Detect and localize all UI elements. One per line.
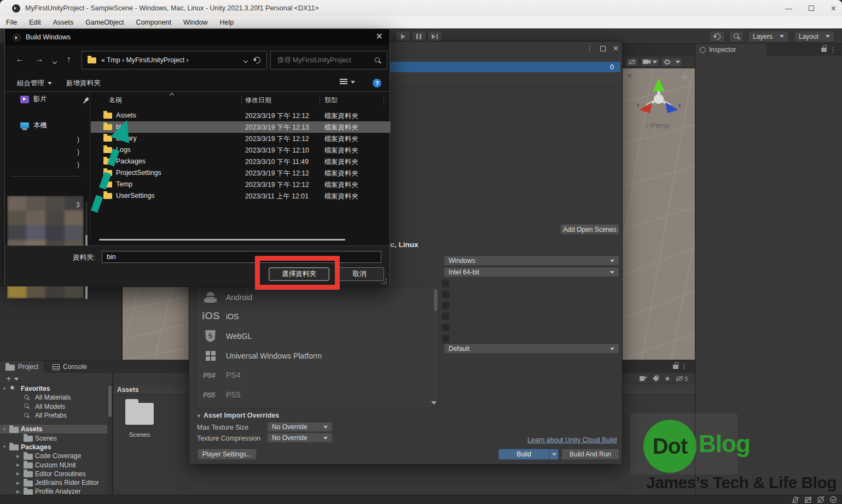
close-icon[interactable]: ✕ (376, 31, 383, 42)
menu-item[interactable]: Window (177, 16, 213, 28)
forward-icon[interactable]: → (35, 54, 43, 63)
refresh-icon[interactable] (253, 56, 262, 65)
package-disabled-icon[interactable] (804, 496, 812, 503)
asset-import-overrides-header[interactable]: ▼Asset Import Overrides (196, 412, 279, 419)
max-texture-size-dropdown[interactable]: No Override (267, 422, 333, 432)
menu-item[interactable]: Assets (47, 16, 80, 28)
scenes-folder-label[interactable]: Scenes (117, 431, 162, 438)
platform-item[interactable]: PS5 (196, 385, 438, 405)
sidebar-item-this-pc[interactable]: 本機 (20, 121, 47, 130)
tab-project[interactable]: Project (0, 361, 44, 373)
tree-item[interactable]: Profile Analyzer (0, 487, 107, 495)
horizontal-scrollbar[interactable] (99, 239, 345, 241)
menu-item[interactable]: Help (213, 16, 240, 28)
gizmo-menu-icon[interactable]: ≡ (628, 72, 632, 80)
scroll-down-icon[interactable] (431, 401, 437, 405)
tree-item[interactable]: Packages (0, 443, 107, 452)
menu-item[interactable]: File (0, 16, 23, 28)
tree-arrow-icon[interactable] (2, 427, 9, 432)
minimize-icon[interactable]: — (785, 4, 792, 13)
build-and-run-button[interactable]: Build And Run (561, 449, 619, 460)
step-button[interactable] (427, 31, 442, 42)
column-name[interactable]: 名稱 (109, 96, 122, 105)
platform-item[interactable]: WebGL (196, 326, 438, 346)
hidden-packages-toggle[interactable]: 5 (676, 376, 688, 382)
texture-compression-dropdown[interactable]: No Override (267, 433, 333, 443)
gizmos-button[interactable] (661, 57, 682, 67)
address-dropdown-icon[interactable] (244, 56, 247, 64)
add-asset-button[interactable]: ＋ (4, 373, 13, 384)
add-open-scenes-button[interactable]: Add Open Scenes (560, 224, 619, 235)
close-icon[interactable]: ✕ (613, 44, 619, 52)
sidebar-item-videos[interactable]: 影片 (20, 95, 88, 104)
layers-dropdown[interactable]: Layers (748, 31, 789, 42)
tree-arrow-icon[interactable] (16, 462, 24, 467)
tree-arrow-icon[interactable] (16, 480, 24, 485)
column-type[interactable]: 類型 (324, 96, 338, 105)
platform-scrollbar[interactable] (434, 289, 438, 311)
build-dropdown-arrow[interactable] (549, 449, 559, 460)
checkbox[interactable] (442, 313, 449, 320)
platform-item[interactable]: Android (196, 288, 438, 307)
kebab-menu-icon[interactable]: ⋮ (829, 45, 837, 54)
visibility-toggle-button[interactable] (625, 57, 638, 67)
target-platform-dropdown[interactable]: Windows (444, 256, 619, 266)
player-settings-button[interactable]: Player Settings... (198, 449, 257, 460)
maximize-icon[interactable] (809, 5, 814, 11)
play-button[interactable] (396, 31, 410, 42)
pause-button[interactable] (411, 31, 426, 42)
checkbox[interactable] (442, 302, 449, 309)
close-icon[interactable]: ✕ (831, 4, 837, 13)
checkbox[interactable] (442, 335, 449, 342)
filter-by-type-icon[interactable] (639, 375, 647, 383)
perspective-label[interactable]: ‹ Persp (621, 121, 695, 130)
new-folder-button[interactable]: 新增資料夾 (66, 79, 101, 88)
maximize-icon[interactable] (600, 46, 606, 51)
tree-item[interactable]: Favorites (0, 384, 107, 393)
back-icon[interactable]: ← (16, 54, 24, 63)
recent-locations-icon[interactable] (53, 56, 56, 65)
search-input[interactable] (276, 56, 369, 65)
cancel-button[interactable]: 取消 (335, 267, 384, 281)
scenes-folder-icon[interactable] (125, 403, 154, 425)
checkbox[interactable] (442, 324, 449, 331)
column-date[interactable]: 修改日期 (245, 96, 271, 105)
architecture-dropdown[interactable]: Intel 64-bit (444, 267, 619, 277)
tree-item[interactable]: All Models (0, 402, 107, 411)
search-button[interactable] (729, 31, 744, 42)
platform-item[interactable]: Universal Windows Platform (196, 346, 438, 366)
tree-item[interactable]: Editor Coroutines (0, 470, 107, 478)
tab-inspector[interactable]: Inspector (695, 44, 766, 56)
help-button[interactable]: ? (373, 79, 381, 87)
tree-arrow-icon[interactable] (16, 489, 24, 494)
organize-menu[interactable]: 組合管理 (17, 79, 52, 88)
tree-item[interactable]: All Materials (0, 393, 107, 402)
menu-item[interactable]: GameObject (79, 16, 130, 28)
resize-grip-icon[interactable] (381, 279, 387, 284)
tree-item[interactable]: JetBrains Rider Editor (0, 478, 107, 487)
tree-scrollbar[interactable] (107, 384, 112, 495)
checkbox[interactable] (442, 280, 449, 287)
refresh-disabled-icon[interactable] (816, 496, 825, 503)
kebab-menu-icon[interactable]: ⋮ (681, 362, 688, 371)
build-button[interactable]: Build (498, 449, 549, 460)
compression-method-dropdown[interactable]: Default (444, 344, 619, 354)
menu-item[interactable]: Edit (23, 16, 47, 28)
progress-check-icon[interactable] (829, 496, 838, 503)
tree-item[interactable]: Assets (0, 425, 107, 433)
tree-item[interactable]: Scenes (0, 433, 107, 442)
up-icon[interactable]: ↑ (67, 54, 71, 63)
address-bar[interactable]: « Tmp › MyFirstUnityProject › (82, 51, 267, 69)
scene-orientation-gizmo[interactable]: x z (635, 75, 683, 123)
breadcrumb[interactable]: « Tmp › MyFirstUnityProject › (101, 56, 189, 64)
lock-icon[interactable] (673, 365, 678, 369)
chevron-down-icon[interactable] (14, 378, 19, 380)
tree-arrow-icon[interactable] (16, 454, 24, 459)
favorites-star-icon[interactable]: ★ (664, 374, 671, 383)
window-menu-icon[interactable]: ⋮ (586, 44, 593, 52)
filter-by-label-icon[interactable] (652, 375, 659, 382)
tree-arrow-icon[interactable] (2, 386, 9, 391)
menu-item[interactable]: Component (130, 16, 177, 28)
undo-history-button[interactable] (710, 31, 725, 42)
checkbox[interactable] (442, 291, 449, 298)
